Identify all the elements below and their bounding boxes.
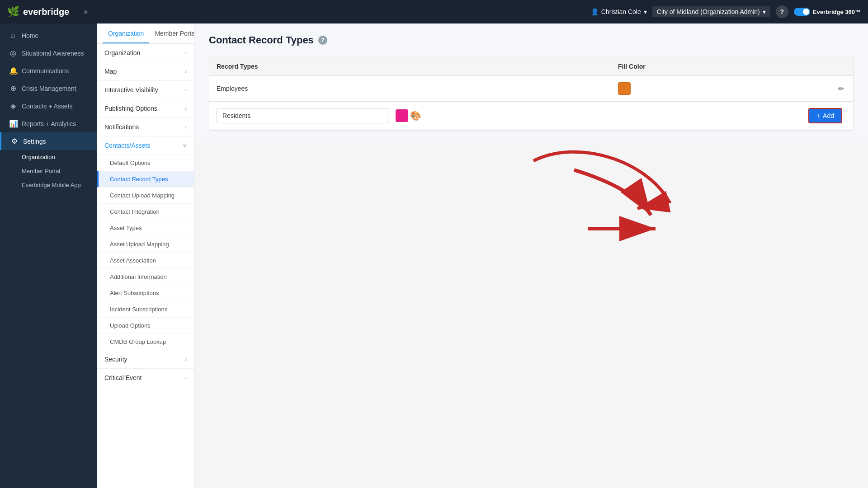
new-color-swatch[interactable] [396,109,408,122]
edit-record-type-button[interactable]: ✏ [836,83,846,95]
sub-menu-asset-upload-mapping[interactable]: Asset Upload Mapping [97,236,194,253]
sidebar-item-reports-analytics[interactable]: 📊 Reports + Analytics [0,115,97,132]
menu-item-critical-event[interactable]: Critical Event › [97,369,194,387]
sidebar-sub-mobile-app[interactable]: Everbridge Mobile App [0,178,97,192]
cell-record-type-name: Employees [217,85,618,92]
username-label: Christian Cole [601,8,641,15]
add-button-label: Add [823,112,834,119]
menu-label-contacts-assets: Contacts/Assets [104,142,150,149]
org-chevron-icon: ▾ [763,8,766,15]
sub-menu-alert-subscriptions[interactable]: Alert Subscriptions [97,285,194,301]
sidebar-label-situational-awareness: Situational Awareness [22,50,84,57]
record-types-table: Record Types Fill Color Employees ✏ [209,57,854,131]
reports-analytics-icon: 📊 [9,119,17,128]
toggle-360[interactable] [794,8,810,16]
menu-label-security: Security [104,356,127,363]
sidebar-label-crisis-management: Crisis Management [22,85,76,92]
sidebar-item-contacts-assets[interactable]: ◈ Contacts + Assets [0,97,97,115]
sidebar-label-reports-analytics: Reports + Analytics [22,120,76,127]
menu-item-map[interactable]: Map › [97,62,194,81]
settings-sub-menu: Organization Member Portal Everbridge Mo… [0,150,97,192]
org-label: City of Midland (Organization Admin) [657,8,760,15]
help-button[interactable]: ? [776,5,788,18]
second-sidebar: Organization Member Portal Everbridge Mo… [97,23,194,488]
sidebar-sub-label-member-portal: Member Portal [22,168,60,174]
table-row: Employees ✏ [209,76,853,102]
sub-menu-asset-association[interactable]: Asset Association [97,253,194,269]
cell-action: ✏ [819,83,846,95]
main-layout: ⌂ Home ◎ Situational Awareness 🔔 Communi… [0,23,868,488]
settings-icon: ⚙ [10,137,19,145]
user-menu[interactable]: 👤 Christian Cole ▾ [591,8,647,15]
sub-menu-contact-record-types[interactable]: Contact Record Types [97,171,194,188]
color-picker-area: 🎨 [396,109,421,122]
new-record-type-input[interactable] [217,108,388,123]
sub-menu-contact-upload-mapping[interactable]: Contact Upload Mapping [97,188,194,204]
sub-menu-upload-options[interactable]: Upload Options [97,318,194,334]
cell-fill-color [618,82,819,95]
logo-text: everbridge [23,7,69,17]
sidebar-item-home[interactable]: ⌂ Home [0,27,97,44]
sub-menu-additional-information[interactable]: Additional Information [97,269,194,285]
chevron-right-icon: › [185,375,187,381]
chevron-right-icon: › [185,50,187,56]
content-area: Organization Member Portal Everbridge Mo… [97,23,868,488]
menu-label-publishing-options: Publishing Options [104,105,157,112]
sidebar-label-home: Home [22,32,38,39]
col-header-actions [819,63,846,70]
menu-label-notifications: Notifications [104,123,139,131]
crisis-management-icon: ⊕ [9,84,17,93]
communications-icon: 🔔 [9,66,17,75]
menu-item-interactive-visibility[interactable]: Interactive Visibility › [97,81,194,99]
home-icon: ⌂ [9,32,17,40]
menu-label-organization: Organization [104,49,140,56]
color-picker-icon[interactable]: 🎨 [410,110,421,121]
table-header: Record Types Fill Color [209,57,853,76]
logo-area: 🌿 everbridge [7,6,69,18]
menu-item-organization[interactable]: Organization › [97,44,194,62]
menu-label-map: Map [104,68,117,75]
sidebar-item-crisis-management[interactable]: ⊕ Crisis Management [0,80,97,97]
add-record-type-button[interactable]: + Add [808,108,842,123]
sidebar-label-communications: Communications [22,67,69,75]
color-swatch-orange[interactable] [618,82,631,95]
page-help-button[interactable]: ? [318,36,327,45]
menu-item-contacts-assets[interactable]: Contacts/Assets ∨ [97,136,194,155]
sidebar-sub-member-portal[interactable]: Member Portal [0,164,97,178]
sidebar-label-settings: Settings [23,138,46,145]
sidebar-item-communications[interactable]: 🔔 Communications [0,62,97,80]
sidebar-item-settings[interactable]: ⚙ Settings [0,132,97,150]
sidebar-expand-button[interactable]: » [80,6,91,18]
situational-awareness-icon: ◎ [9,49,17,57]
menu-item-notifications[interactable]: Notifications › [97,118,194,136]
chevron-down-icon: ∨ [183,142,187,149]
everbridge-logo-icon: 🌿 [7,6,19,18]
tab-organization[interactable]: Organization [103,23,149,43]
sub-menu-cmdb-group-lookup[interactable]: CMDB Group Lookup [97,334,194,350]
sub-menu-contact-integration[interactable]: Contact Integration [97,204,194,220]
menu-item-security[interactable]: Security › [97,350,194,369]
sub-menu-default-options[interactable]: Default Options [97,155,194,171]
chevron-right-icon: › [185,87,187,93]
user-icon: 👤 [591,8,599,15]
chevron-right-icon: › [185,124,187,130]
col-header-record-types: Record Types [217,63,618,70]
second-sidebar-tabs: Organization Member Portal Everbridge Mo… [97,23,194,44]
contacts-assets-icon: ◈ [9,102,17,110]
menu-label-interactive-visibility: Interactive Visibility [104,86,158,94]
org-selector[interactable]: City of Midland (Organization Admin) ▾ [652,6,770,17]
sub-menu-asset-types[interactable]: Asset Types [97,220,194,236]
tab-member-portal[interactable]: Member Portal [149,23,194,43]
chevron-right-icon: › [185,68,187,75]
sidebar-item-situational-awareness[interactable]: ◎ Situational Awareness [0,44,97,62]
chevron-right-icon: › [185,105,187,112]
page-title: Contact Record Types [209,34,314,46]
add-record-row: 🎨 + Add [209,102,853,130]
sub-menu-incident-subscriptions[interactable]: Incident Subscriptions [97,301,194,318]
page-wrapper: Contact Record Types ? Record Types Fill… [194,23,868,488]
sidebar-sub-organization[interactable]: Organization [0,150,97,164]
add-button-icon: + [816,112,820,119]
user-chevron-icon: ▾ [644,8,647,15]
menu-item-publishing-options[interactable]: Publishing Options › [97,99,194,118]
top-navigation: 🌿 everbridge » 👤 Christian Cole ▾ City o… [0,0,868,23]
